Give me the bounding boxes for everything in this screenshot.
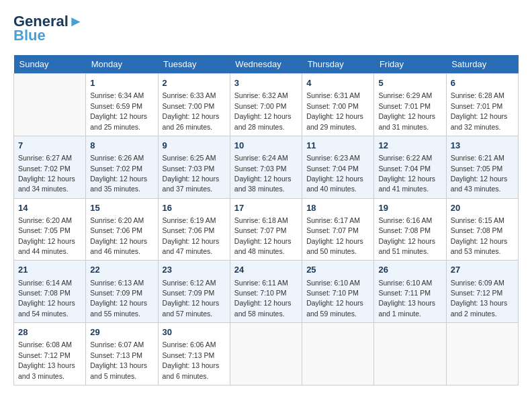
day-number: 21 <box>18 264 81 276</box>
day-number: 26 <box>378 264 441 276</box>
calendar-cell <box>14 74 86 136</box>
calendar-week-5: 28 Sunrise: 6:08 AMSunset: 7:12 PMDaylig… <box>14 323 519 385</box>
day-info: Sunrise: 6:08 AMSunset: 7:12 PMDaylight:… <box>18 340 75 379</box>
calendar-cell: 9 Sunrise: 6:25 AMSunset: 7:03 PMDayligh… <box>158 136 230 198</box>
calendar-cell: 27 Sunrise: 6:09 AMSunset: 7:12 PMDaylig… <box>446 261 518 323</box>
calendar-cell: 13 Sunrise: 6:21 AMSunset: 7:05 PMDaylig… <box>446 136 518 198</box>
calendar-cell: 21 Sunrise: 6:14 AMSunset: 7:08 PMDaylig… <box>14 261 86 323</box>
calendar-cell: 14 Sunrise: 6:20 AMSunset: 7:05 PMDaylig… <box>14 198 86 261</box>
day-info: Sunrise: 6:07 AMSunset: 7:13 PMDaylight:… <box>90 340 147 379</box>
day-info: Sunrise: 6:14 AMSunset: 7:08 PMDaylight:… <box>18 279 75 318</box>
calendar-cell: 20 Sunrise: 6:15 AMSunset: 7:08 PMDaylig… <box>446 198 518 261</box>
calendar-cell: 25 Sunrise: 6:10 AMSunset: 7:10 PMDaylig… <box>302 261 374 323</box>
page-header: General► Blue <box>13 13 519 44</box>
calendar-cell: 16 Sunrise: 6:19 AMSunset: 7:06 PMDaylig… <box>158 198 230 261</box>
weekday-header-friday: Friday <box>374 55 446 74</box>
day-number: 4 <box>306 77 369 89</box>
calendar-week-2: 7 Sunrise: 6:27 AMSunset: 7:02 PMDayligh… <box>14 136 519 198</box>
day-number: 20 <box>451 202 514 214</box>
day-info: Sunrise: 6:27 AMSunset: 7:02 PMDaylight:… <box>18 154 75 193</box>
day-number: 5 <box>378 77 441 89</box>
calendar-cell: 10 Sunrise: 6:24 AMSunset: 7:03 PMDaylig… <box>230 136 302 198</box>
day-number: 28 <box>18 326 81 338</box>
day-number: 23 <box>163 264 226 276</box>
calendar-cell: 23 Sunrise: 6:12 AMSunset: 7:09 PMDaylig… <box>158 261 230 323</box>
day-info: Sunrise: 6:10 AMSunset: 7:10 PMDaylight:… <box>306 279 363 318</box>
calendar-cell: 30 Sunrise: 6:06 AMSunset: 7:13 PMDaylig… <box>158 323 230 385</box>
calendar-cell: 1 Sunrise: 6:34 AMSunset: 6:59 PMDayligh… <box>86 74 158 136</box>
day-number: 16 <box>163 202 226 214</box>
day-info: Sunrise: 6:13 AMSunset: 7:09 PMDaylight:… <box>90 279 147 318</box>
day-number: 14 <box>18 202 81 214</box>
day-info: Sunrise: 6:09 AMSunset: 7:12 PMDaylight:… <box>451 279 508 318</box>
day-info: Sunrise: 6:19 AMSunset: 7:06 PMDaylight:… <box>163 216 220 255</box>
calendar-week-4: 21 Sunrise: 6:14 AMSunset: 7:08 PMDaylig… <box>14 261 519 323</box>
calendar-cell: 4 Sunrise: 6:31 AMSunset: 7:00 PMDayligh… <box>302 74 374 136</box>
day-number: 24 <box>234 264 298 276</box>
day-info: Sunrise: 6:11 AMSunset: 7:10 PMDaylight:… <box>234 279 292 318</box>
day-number: 12 <box>378 140 441 152</box>
calendar-cell: 8 Sunrise: 6:26 AMSunset: 7:02 PMDayligh… <box>86 136 158 198</box>
calendar-cell: 28 Sunrise: 6:08 AMSunset: 7:12 PMDaylig… <box>14 323 86 385</box>
day-info: Sunrise: 6:28 AMSunset: 7:01 PMDaylight:… <box>451 91 508 130</box>
day-info: Sunrise: 6:15 AMSunset: 7:08 PMDaylight:… <box>451 216 508 255</box>
day-info: Sunrise: 6:20 AMSunset: 7:05 PMDaylight:… <box>18 216 75 255</box>
day-number: 27 <box>451 264 514 276</box>
day-number: 30 <box>163 326 226 338</box>
calendar-cell: 7 Sunrise: 6:27 AMSunset: 7:02 PMDayligh… <box>14 136 86 198</box>
calendar-cell: 11 Sunrise: 6:23 AMSunset: 7:04 PMDaylig… <box>302 136 374 198</box>
day-info: Sunrise: 6:16 AMSunset: 7:08 PMDaylight:… <box>378 216 435 255</box>
day-number: 11 <box>306 140 369 152</box>
day-number: 3 <box>234 77 298 89</box>
day-info: Sunrise: 6:23 AMSunset: 7:04 PMDaylight:… <box>306 154 363 193</box>
calendar-cell: 6 Sunrise: 6:28 AMSunset: 7:01 PMDayligh… <box>446 74 518 136</box>
day-info: Sunrise: 6:24 AMSunset: 7:03 PMDaylight:… <box>234 154 292 193</box>
day-number: 1 <box>90 77 153 89</box>
weekday-header-monday: Monday <box>86 55 158 74</box>
calendar-cell: 12 Sunrise: 6:22 AMSunset: 7:04 PMDaylig… <box>374 136 446 198</box>
day-number: 19 <box>378 202 441 214</box>
calendar-cell: 18 Sunrise: 6:17 AMSunset: 7:07 PMDaylig… <box>302 198 374 261</box>
day-info: Sunrise: 6:32 AMSunset: 7:00 PMDaylight:… <box>234 91 292 130</box>
day-number: 9 <box>163 140 226 152</box>
calendar-cell: 17 Sunrise: 6:18 AMSunset: 7:07 PMDaylig… <box>230 198 302 261</box>
day-number: 25 <box>306 264 369 276</box>
calendar-cell <box>446 323 518 385</box>
day-number: 2 <box>163 77 226 89</box>
calendar-cell: 3 Sunrise: 6:32 AMSunset: 7:00 PMDayligh… <box>230 74 302 136</box>
weekday-header-thursday: Thursday <box>302 55 374 74</box>
day-info: Sunrise: 6:17 AMSunset: 7:07 PMDaylight:… <box>306 216 363 255</box>
day-number: 8 <box>90 140 153 152</box>
weekday-header-tuesday: Tuesday <box>158 55 230 74</box>
day-info: Sunrise: 6:29 AMSunset: 7:01 PMDaylight:… <box>378 91 435 130</box>
calendar-cell: 2 Sunrise: 6:33 AMSunset: 7:00 PMDayligh… <box>158 74 230 136</box>
day-number: 10 <box>234 140 298 152</box>
calendar-week-3: 14 Sunrise: 6:20 AMSunset: 7:05 PMDaylig… <box>14 198 519 261</box>
calendar-cell: 29 Sunrise: 6:07 AMSunset: 7:13 PMDaylig… <box>86 323 158 385</box>
calendar-cell <box>374 323 446 385</box>
weekday-header-row: SundayMondayTuesdayWednesdayThursdayFrid… <box>14 55 519 74</box>
day-number: 17 <box>234 202 298 214</box>
day-number: 22 <box>90 264 153 276</box>
calendar-cell: 19 Sunrise: 6:16 AMSunset: 7:08 PMDaylig… <box>374 198 446 261</box>
weekday-header-saturday: Saturday <box>446 55 518 74</box>
day-info: Sunrise: 6:21 AMSunset: 7:05 PMDaylight:… <box>451 154 508 193</box>
calendar-cell: 15 Sunrise: 6:20 AMSunset: 7:06 PMDaylig… <box>86 198 158 261</box>
day-info: Sunrise: 6:10 AMSunset: 7:11 PMDaylight:… <box>378 279 435 318</box>
day-info: Sunrise: 6:25 AMSunset: 7:03 PMDaylight:… <box>163 154 220 193</box>
weekday-header-sunday: Sunday <box>14 55 86 74</box>
day-info: Sunrise: 6:31 AMSunset: 7:00 PMDaylight:… <box>306 91 363 130</box>
calendar-cell <box>230 323 302 385</box>
day-info: Sunrise: 6:18 AMSunset: 7:07 PMDaylight:… <box>234 216 292 255</box>
calendar-cell: 26 Sunrise: 6:10 AMSunset: 7:11 PMDaylig… <box>374 261 446 323</box>
day-info: Sunrise: 6:12 AMSunset: 7:09 PMDaylight:… <box>163 279 220 318</box>
day-number: 15 <box>90 202 153 214</box>
calendar-cell: 5 Sunrise: 6:29 AMSunset: 7:01 PMDayligh… <box>374 74 446 136</box>
weekday-header-wednesday: Wednesday <box>230 55 302 74</box>
day-number: 18 <box>306 202 369 214</box>
calendar-table: SundayMondayTuesdayWednesdayThursdayFrid… <box>13 55 519 385</box>
day-info: Sunrise: 6:34 AMSunset: 6:59 PMDaylight:… <box>90 91 147 130</box>
day-number: 7 <box>18 140 81 152</box>
day-number: 6 <box>451 77 514 89</box>
calendar-cell: 24 Sunrise: 6:11 AMSunset: 7:10 PMDaylig… <box>230 261 302 323</box>
